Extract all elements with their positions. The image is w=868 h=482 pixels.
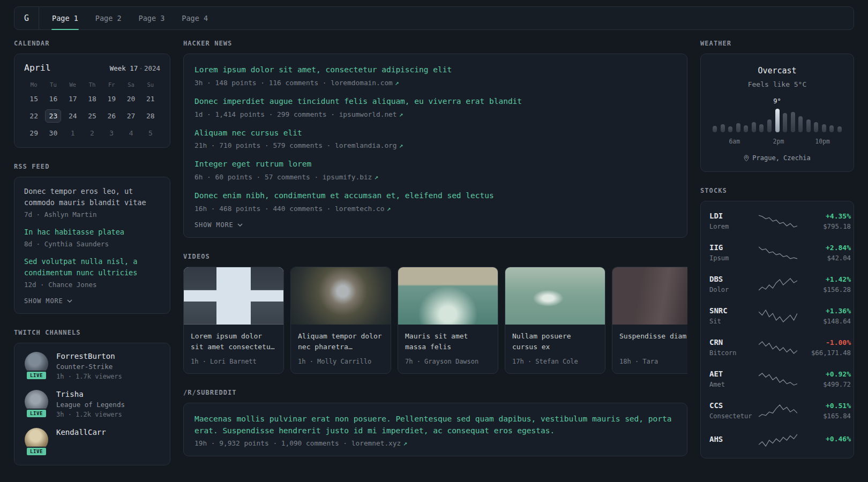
- article-link[interactable]: Donec enim nibh, condimentum et accumsan…: [194, 190, 676, 202]
- article-meta: 16h · 468 points · 440 comments · loremt…: [194, 205, 676, 213]
- calendar-widget-title: CALENDAR: [14, 40, 170, 47]
- stock-ticker[interactable]: DBS: [709, 275, 754, 283]
- weather-bar: [783, 113, 787, 132]
- stock-row[interactable]: CRN Bitcorn -1.00% $66,171.48: [709, 332, 845, 363]
- video-title[interactable]: Mauris sit amet massa felis: [405, 331, 491, 353]
- channel-name[interactable]: ForrestBurton: [56, 352, 122, 360]
- twitch-channel-row[interactable]: LIVE KendallCarr: [24, 428, 160, 456]
- article-link[interactable]: Aliquam nec cursus elit: [194, 127, 676, 139]
- article-meta: 21h · 710 points · 579 comments · loreml…: [194, 141, 676, 149]
- video-body: Lorem ipsum dolor sit amet consectetu… 1…: [184, 325, 283, 373]
- stock-ticker[interactable]: SNRC: [709, 306, 754, 315]
- video-thumbnail[interactable]: [612, 267, 687, 325]
- video-thumbnail[interactable]: [505, 267, 605, 325]
- article-domain-link[interactable]: loremtech.co↗: [335, 205, 391, 213]
- rss-item-title[interactable]: Donec tempor eros leo, ut commodo mauris…: [24, 186, 160, 208]
- stock-row[interactable]: DBS Dolor +1.42% $156.28: [709, 268, 845, 300]
- weather-location-label: Prague, Czechia: [752, 154, 810, 162]
- twitch-channel-row[interactable]: LIVE Trisha League of Legends 3h · 1.2k …: [24, 390, 160, 418]
- stock-right: -1.00% $66,171.48: [802, 338, 851, 357]
- calendar-date: 25: [83, 109, 102, 123]
- stock-row[interactable]: IIG Ipsum +2.84% $42.04: [709, 237, 845, 268]
- article-domain-link[interactable]: loremdomain.com↗: [331, 79, 399, 87]
- rss-item: In hac habitasse platea 8d · Cynthia Sau…: [24, 227, 160, 248]
- hackernews-item: Donec enim nibh, condimentum et accumsan…: [194, 190, 676, 213]
- video-title[interactable]: Lorem ipsum dolor sit amet consectetu…: [191, 331, 276, 353]
- channel-name[interactable]: KendallCarr: [56, 428, 106, 436]
- video-meta: 18h · Tara: [619, 358, 687, 365]
- stock-price: $499.72: [802, 381, 851, 388]
- video-body: Aliquam tempor dolor nec pharetra… 1h · …: [291, 325, 391, 373]
- video-thumbnail[interactable]: [291, 267, 391, 325]
- weather-widget-title: WEATHER: [700, 40, 854, 47]
- rss-item-title[interactable]: Sed volutpat nulla nisl, a condimentum n…: [24, 256, 160, 278]
- article-domain: loremtech.co: [335, 205, 384, 213]
- video-card[interactable]: Aliquam tempor dolor nec pharetra… 1h · …: [290, 267, 391, 374]
- hackernews-widget: HACKER NEWS Lorem ipsum dolor sit amet, …: [183, 40, 687, 238]
- page-tab[interactable]: Page 3: [132, 7, 172, 29]
- article-domain-link[interactable]: ipsumify.biz↗: [323, 173, 378, 181]
- article-stats: 1d · 1,414 points · 299 comments ·: [194, 110, 339, 118]
- page-tab[interactable]: Page 4: [175, 7, 215, 29]
- stock-sparkline-wrap: [759, 245, 797, 260]
- channel-name[interactable]: Trisha: [56, 390, 125, 398]
- video-title[interactable]: Suspendisse diam: [619, 331, 687, 353]
- stock-left: SNRC Sit: [709, 306, 754, 325]
- video-card[interactable]: Lorem ipsum dolor sit amet consectetu… 1…: [183, 267, 284, 374]
- calendar-widget: CALENDAR April Week 17·2024 MoTuWeThFrSa…: [14, 40, 170, 148]
- page-tab[interactable]: Page 2: [88, 7, 129, 29]
- article-stats: 21h · 710 points · 579 comments ·: [194, 141, 335, 149]
- stock-ticker[interactable]: CCS: [709, 401, 754, 410]
- stock-ticker[interactable]: LDI: [709, 212, 754, 220]
- dashboard-columns: CALENDAR April Week 17·2024 MoTuWeThFrSa…: [14, 40, 854, 465]
- rss-item-title[interactable]: In hac habitasse platea: [24, 227, 160, 238]
- subreddit-widget: /R/SUBREDDIT Maecenas mollis pulvinar er…: [183, 389, 687, 457]
- stocks-widget: STOCKS LDI Lorem +4.35%: [700, 187, 854, 458]
- calendar-date: 5: [141, 126, 160, 140]
- stock-right: +2.84% $42.04: [802, 244, 851, 262]
- video-title[interactable]: Aliquam tempor dolor nec pharetra…: [298, 331, 384, 353]
- video-title[interactable]: Nullam posuere cursus ex: [512, 331, 598, 353]
- post-domain-link[interactable]: loremnet.xyz↗: [351, 439, 407, 447]
- calendar-date: 29: [24, 126, 43, 140]
- video-card[interactable]: Suspendisse diam 18h · Tara: [612, 267, 687, 374]
- channel-game[interactable]: Counter-Strike: [56, 363, 122, 371]
- article-link[interactable]: Donec imperdiet augue tincidunt felis al…: [194, 96, 676, 108]
- external-link-icon: ↗: [399, 141, 403, 149]
- stock-ticker[interactable]: IIG: [709, 243, 754, 252]
- stock-change: -1.00%: [802, 338, 851, 347]
- subreddit-widget-title: /R/SUBREDDIT: [183, 389, 687, 396]
- video-card[interactable]: Mauris sit amet massa felis 7h · Grayson…: [398, 267, 498, 374]
- channel-game[interactable]: League of Legends: [56, 401, 125, 409]
- rss-show-more-button[interactable]: SHOW MORE: [24, 297, 72, 305]
- video-card[interactable]: Nullam posuere cursus ex 17h · Stefan Co…: [505, 267, 605, 374]
- weather-time-label: 2pm: [773, 138, 784, 145]
- app-logo[interactable]: G: [14, 7, 39, 29]
- stock-row[interactable]: LDI Lorem +4.35% $795.18: [709, 205, 845, 237]
- page-tab[interactable]: Page 1: [45, 7, 85, 29]
- hackernews-item: Donec imperdiet augue tincidunt felis al…: [194, 96, 676, 118]
- stock-row[interactable]: CCS Consectetur +0.51% $165.84: [709, 395, 845, 426]
- stock-name: Amet: [709, 381, 754, 388]
- stock-ticker[interactable]: AET: [709, 370, 754, 378]
- stock-row[interactable]: SNRC Sit +1.36% $148.64: [709, 300, 845, 332]
- article-link[interactable]: Lorem ipsum dolor sit amet, consectetur …: [194, 64, 676, 76]
- weather-card: Overcast Feels like 5°C 9° 6am 2pm 10pm …: [700, 54, 854, 172]
- stock-ticker[interactable]: CRN: [709, 338, 754, 347]
- video-thumbnail[interactable]: [398, 267, 498, 325]
- article-link[interactable]: Integer eget rutrum lorem: [194, 159, 676, 170]
- stock-name: Consectetur: [709, 412, 754, 420]
- stock-row[interactable]: AET Amet +0.92% $499.72: [709, 363, 845, 395]
- hackernews-show-more-button[interactable]: SHOW MORE: [194, 221, 243, 229]
- stock-name: Dolor: [709, 286, 754, 293]
- article-domain-link[interactable]: loremlandia.org↗: [335, 141, 403, 149]
- stock-ticker[interactable]: AHS: [709, 435, 754, 443]
- calendar-header: April Week 17·2024: [24, 63, 160, 73]
- channel-avatar-wrap: LIVE: [24, 390, 49, 418]
- post-link[interactable]: Maecenas mollis pulvinar erat non posuer…: [194, 413, 676, 437]
- video-thumbnail[interactable]: [184, 267, 283, 325]
- stock-left: CCS Consectetur: [709, 401, 754, 420]
- article-domain-link[interactable]: ipsumworld.net↗: [339, 110, 403, 118]
- stock-row[interactable]: AHS +0.46%: [709, 426, 845, 454]
- twitch-channel-row[interactable]: LIVE ForrestBurton Counter-Strike 1h · 1…: [24, 352, 160, 380]
